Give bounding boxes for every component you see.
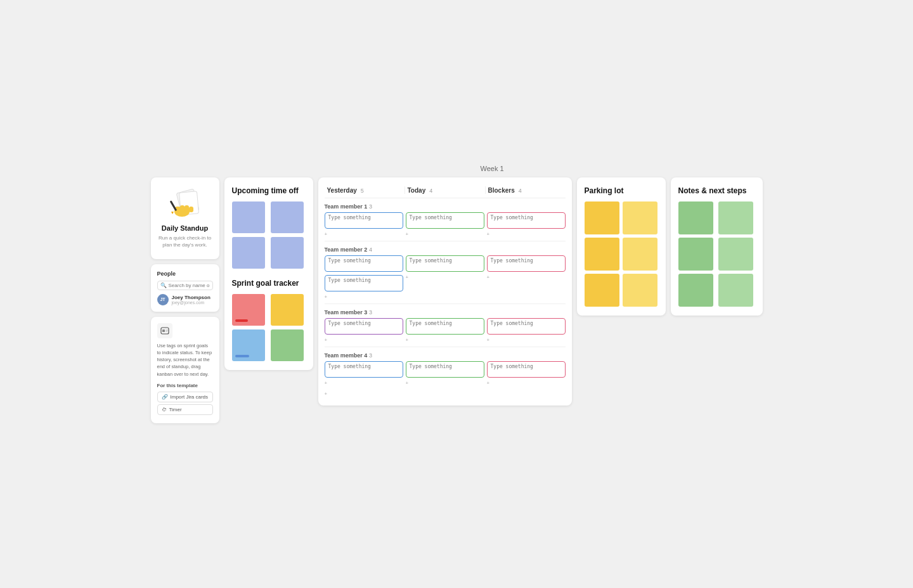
sticky-note[interactable]	[232, 237, 265, 269]
add-yesterday-4[interactable]: +	[325, 379, 403, 386]
parking-lot-panel: Parking lot	[577, 177, 666, 316]
team-1-yesterday-input[interactable]	[325, 212, 403, 229]
notes-stickies	[678, 201, 755, 307]
parking-lot-title: Parking lot	[585, 186, 658, 195]
parking-lot-stickies	[585, 201, 658, 307]
add-team-member[interactable]: +	[325, 390, 566, 397]
standup-card: Daily Standup Run a quick check-in to pl…	[151, 177, 219, 259]
notes-sticky-2[interactable]	[718, 201, 753, 234]
notes-sticky-6[interactable]	[718, 274, 753, 307]
time-off-stickies	[232, 201, 306, 269]
team-3-today-col: +	[406, 318, 484, 343]
add-today-2[interactable]: +	[406, 273, 484, 280]
standup-illustration	[166, 188, 204, 219]
parking-sticky-3[interactable]	[585, 238, 619, 271]
team-member-2-label: Team member 2 4	[325, 246, 566, 253]
team-4-yesterday-input[interactable]	[325, 361, 403, 378]
team-4-today-col: +	[406, 361, 484, 386]
team-2-blockers-col: +	[487, 255, 566, 300]
col-header-yesterday: Yesterday 5	[325, 186, 405, 194]
team-member-4-label: Team member 4 3	[325, 352, 566, 359]
time-off-panel: Upcoming time off Sprint goal tracker	[224, 177, 313, 370]
left-sidebar: Daily Standup Run a quick check-in to pl…	[151, 177, 219, 423]
svg-rect-5	[185, 205, 189, 212]
parking-sticky-5[interactable]	[585, 274, 619, 307]
sticky-note-yellow[interactable]	[271, 294, 304, 326]
col-title-yesterday: Yesterday	[327, 187, 357, 194]
people-search-box[interactable]: 🔍	[157, 281, 213, 290]
col-header-blockers: Blockers 4	[486, 186, 566, 194]
team-2-blockers-input[interactable]	[487, 255, 566, 272]
user-name: Joey Thompson	[172, 295, 210, 300]
week-label: Week 1	[481, 165, 504, 172]
team-3-yesterday-input[interactable]	[325, 318, 403, 335]
avatar: JT	[157, 294, 169, 305]
user-email: joey@jones.com	[172, 300, 210, 305]
team-1-inputs: + + +	[325, 212, 566, 237]
team-2-yesterday-input-2[interactable]	[325, 275, 403, 291]
team-4-yesterday-col: +	[325, 361, 403, 386]
invite-card: Use tags on sprint goals to indicate sta…	[151, 317, 219, 423]
add-yesterday-3[interactable]: +	[325, 336, 403, 343]
import-jira-button[interactable]: 🔗 Import Jira cards	[157, 392, 213, 402]
team-2-inputs: + + +	[325, 255, 566, 300]
parking-sticky-1[interactable]	[585, 201, 619, 234]
team-section-3: Team member 3 3 + + +	[325, 309, 566, 347]
invite-desc: Use tags on sprint goals to indicate sta…	[157, 342, 213, 378]
team-4-today-input[interactable]	[406, 361, 484, 378]
standup-title: Daily Standup	[159, 224, 212, 232]
add-yesterday-2[interactable]: +	[325, 293, 403, 300]
sticky-note-pink[interactable]	[232, 294, 265, 326]
team-section-2: Team member 2 4 + + +	[325, 246, 566, 304]
user-item: JT Joey Thompson joey@jones.com	[157, 294, 213, 305]
notes-sticky-3[interactable]	[678, 238, 713, 271]
col-title-blockers: Blockers	[488, 187, 515, 194]
parking-sticky-4[interactable]	[623, 238, 657, 271]
add-blockers-2[interactable]: +	[487, 273, 566, 280]
team-2-yesterday-input-1[interactable]	[325, 255, 403, 272]
add-blockers-1[interactable]: +	[487, 230, 566, 237]
sticky-note[interactable]	[271, 237, 304, 269]
parking-sticky-6[interactable]	[623, 274, 657, 307]
svg-rect-4	[180, 205, 185, 212]
sticky-note-blue[interactable]	[232, 329, 265, 361]
add-today-1[interactable]: +	[406, 230, 484, 237]
notes-sticky-1[interactable]	[678, 201, 713, 234]
team-3-blockers-col: +	[487, 318, 566, 343]
notes-sticky-4[interactable]	[718, 238, 753, 271]
sprint-stickies	[232, 294, 306, 361]
team-1-blockers-input[interactable]	[487, 212, 566, 229]
team-1-yesterday-col: +	[325, 212, 403, 237]
sticky-note[interactable]	[271, 201, 304, 233]
col-count-today: 4	[429, 188, 432, 194]
invite-icon	[157, 323, 172, 338]
svg-rect-10	[162, 329, 165, 332]
team-1-today-input[interactable]	[406, 212, 484, 229]
add-today-4[interactable]: +	[406, 379, 484, 386]
sprint-title: Sprint goal tracker	[232, 279, 306, 288]
people-search-input[interactable]	[169, 283, 210, 288]
add-today-3[interactable]: +	[406, 336, 484, 343]
timer-button[interactable]: ⏱ Timer	[157, 404, 213, 415]
team-3-today-input[interactable]	[406, 318, 484, 335]
team-section-1: Team member 1 3 + + +	[325, 203, 566, 241]
team-1-blockers-col: +	[487, 212, 566, 237]
add-blockers-4[interactable]: +	[487, 379, 566, 386]
sticky-note[interactable]	[232, 201, 265, 233]
add-yesterday-1[interactable]: +	[325, 230, 403, 237]
team-2-yesterday-col: +	[325, 255, 403, 300]
svg-rect-6	[189, 207, 193, 212]
team-4-inputs: + + +	[325, 361, 566, 386]
team-3-blockers-input[interactable]	[487, 318, 566, 335]
notes-sticky-5[interactable]	[678, 274, 713, 307]
sticky-note-green[interactable]	[271, 329, 304, 361]
team-member-3-label: Team member 3 3	[325, 309, 566, 316]
team-4-blockers-input[interactable]	[487, 361, 566, 378]
col-count-yesterday: 5	[361, 188, 364, 194]
user-info: Joey Thompson joey@jones.com	[172, 295, 210, 305]
parking-sticky-2[interactable]	[623, 201, 657, 234]
team-2-today-input[interactable]	[406, 255, 484, 272]
team-3-yesterday-col: +	[325, 318, 403, 343]
add-blockers-3[interactable]: +	[487, 336, 566, 343]
team-3-inputs: + + +	[325, 318, 566, 343]
